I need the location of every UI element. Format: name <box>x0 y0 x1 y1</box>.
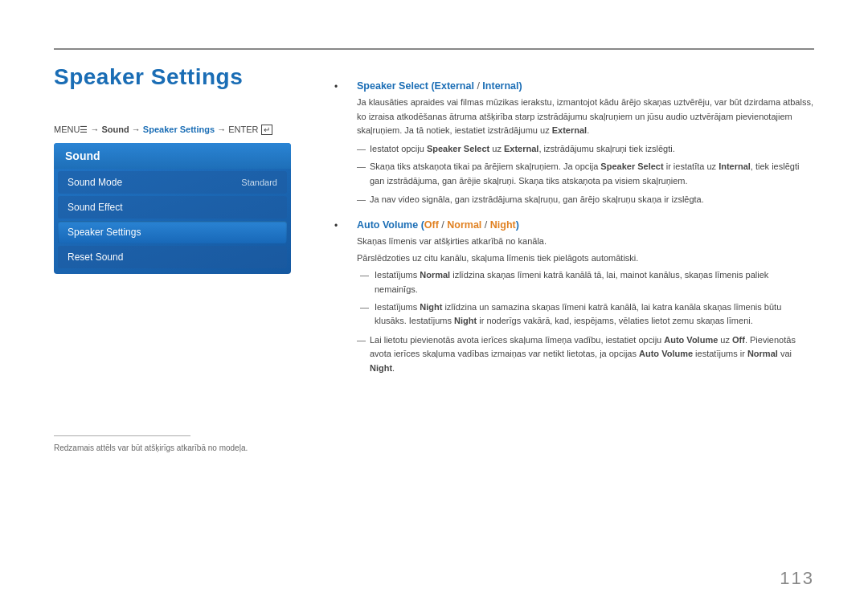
bullet-marker-2: • <box>334 220 338 231</box>
menu-item-speaker-settings[interactable]: Speaker Settings <box>58 221 287 243</box>
sound-panel: Sound Sound Mode Standard Sound Effect S… <box>54 143 291 274</box>
sound-mode-value: Standard <box>241 178 277 187</box>
auto-volume-section: • Auto Volume (Off / Normal / Night) Ska… <box>346 219 814 375</box>
speaker-select-title-text: Speaker Select ( <box>357 80 435 92</box>
footnote-line <box>54 435 190 436</box>
sound-panel-header: Sound <box>54 143 291 169</box>
speaker-select-title: Speaker Select (External / Internal) <box>357 80 814 92</box>
footnote-text: Redzamais attēls var būt atšķirīgs atkar… <box>54 443 248 452</box>
auto-volume-dash-1: Iestatījums Normal izlīdzina skaņas līme… <box>357 268 814 296</box>
right-content: • Speaker Select (External / Internal) J… <box>346 80 814 389</box>
page-number: 113 <box>780 568 814 589</box>
menu-path: MENU☰ → Sound → Speaker Settings → ENTER… <box>54 125 272 135</box>
speaker-select-note-1: Iestatot opciju Speaker Select uz Extern… <box>357 142 814 157</box>
speaker-select-note-3: Ja nav video signāla, gan izstrādājuma s… <box>357 193 814 207</box>
menu-icon: MENU <box>54 125 80 134</box>
top-rule <box>54 48 814 50</box>
bullet-marker: • <box>334 81 338 92</box>
speaker-select-note-2: Skaņa tiks atskaņota tikai pa ārējiem sk… <box>357 160 814 188</box>
page-title: Speaker Settings <box>54 64 243 90</box>
speaker-select-section: • Speaker Select (External / Internal) J… <box>346 80 814 206</box>
menu-item-reset-sound[interactable]: Reset Sound <box>58 246 287 268</box>
reset-sound-label: Reset Sound <box>68 251 123 263</box>
speaker-select-bullet: • Speaker Select (External / Internal) J… <box>346 80 814 206</box>
auto-volume-dash-2: Iestatījums Night izlīdzina un samazina … <box>357 300 814 329</box>
sound-effect-label: Sound Effect <box>68 202 123 213</box>
auto-volume-body-1: Skaņas līmenis var atšķirties atkarībā n… <box>357 235 814 249</box>
speaker-settings-label: Speaker Settings <box>68 227 141 238</box>
auto-volume-body-2: Pārslēdzoties uz citu kanālu, skaļuma lī… <box>357 251 814 266</box>
auto-volume-note: Lai lietotu pievienotās avota ierīces sk… <box>357 333 814 376</box>
speaker-select-body: Ja klausāties apraides vai filmas mūzika… <box>357 96 814 138</box>
menu-item-sound-mode[interactable]: Sound Mode Standard <box>58 171 287 194</box>
sound-panel-title: Sound <box>65 149 100 162</box>
auto-volume-bullet: • Auto Volume (Off / Normal / Night) Ska… <box>346 219 814 375</box>
menu-item-sound-effect[interactable]: Sound Effect <box>58 196 287 219</box>
auto-volume-title: Auto Volume (Off / Normal / Night) <box>357 219 814 231</box>
sound-mode-label: Sound Mode <box>68 177 122 188</box>
